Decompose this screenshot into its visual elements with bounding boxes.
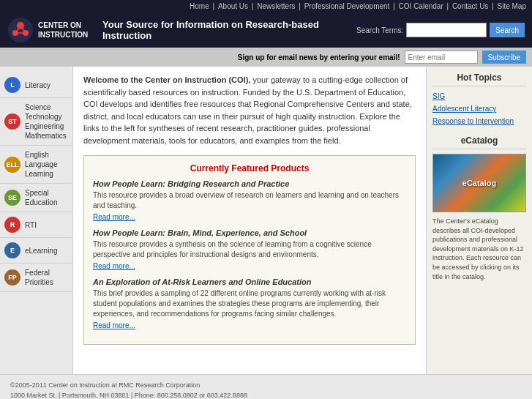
product-item-2: An Exploration of At-Risk Learners and O… (93, 277, 406, 329)
read-more-2[interactable]: Read more... (93, 321, 135, 329)
main-layout: L Literacy ST Science Technology Enginee… (0, 67, 532, 374)
product-item-1: How People Learn: Brain, Mind, Experienc… (93, 228, 406, 270)
hot-topic-link-2[interactable]: Response to Intervention (432, 117, 526, 125)
product-desc-1: This resource provides a synthesis on th… (93, 239, 406, 260)
sidebar-label-rti: RTI (25, 220, 37, 230)
intro-text: Welcome to the Center on Instruction (CO… (83, 74, 416, 146)
sidebar-badge-rti: R (4, 217, 20, 233)
product-item-0: How People Learn: Bridging Research and … (93, 179, 406, 221)
sidebar-badge-special-ed: SE (4, 190, 20, 206)
sidebar-label-federal: Federal Priorities (25, 268, 68, 287)
product-title-2: An Exploration of At-Risk Learners and O… (93, 277, 406, 286)
logo-icon (7, 17, 34, 43)
sidebar-badge-ell: ELL (4, 157, 20, 173)
read-more-0[interactable]: Read more... (93, 213, 135, 221)
nav-profdev[interactable]: Professional Development (304, 2, 390, 10)
sidebar-item-federal[interactable]: FP Federal Priorities (0, 264, 72, 292)
featured-title: Currently Featured Products (93, 163, 406, 174)
sidebar-item-stem[interactable]: ST Science Technology Engineering Mathem… (0, 98, 72, 146)
sidebar-item-elearning[interactable]: E eLearning (0, 238, 72, 264)
sidebar-badge-elearning: E (4, 242, 20, 258)
sidebar-item-special-ed[interactable]: SE Special Education (0, 184, 72, 212)
featured-box: Currently Featured Products How People L… (83, 155, 416, 345)
ecatalog-title: eCatalog (432, 135, 526, 149)
nav-about[interactable]: About Us (218, 2, 248, 10)
nav-calendar[interactable]: COI Calendar (399, 2, 443, 10)
nav-home[interactable]: Home (190, 2, 209, 10)
hot-topic-link-0[interactable]: SIG (432, 92, 526, 100)
sidebar-item-ell[interactable]: ELL English Language Learning (0, 146, 72, 184)
sidebar-badge-federal: FP (4, 269, 20, 286)
email-bar-text: Sign up for email news by entering your … (238, 53, 400, 61)
intro-bold: Welcome to the Center on Instruction (CO… (83, 75, 250, 84)
email-input[interactable] (405, 51, 478, 64)
ecatalog-desc: The Center's eCatalog describes all COI-… (432, 217, 526, 281)
nav-sitemap[interactable]: Site Map (498, 2, 526, 10)
top-nav: Home | About Us | Newsletters | Professi… (0, 0, 532, 12)
sidebar-label-ell: English Language Learning (25, 150, 68, 179)
search-button[interactable]: Search (490, 23, 525, 37)
subscribe-button[interactable]: Subscribe (482, 51, 526, 64)
header: CENTER ON INSTRUCTION Your Source for In… (0, 12, 532, 48)
search-input[interactable] (406, 23, 487, 37)
sidebar-badge-literacy: L (4, 77, 20, 93)
email-bar: Sign up for email news by entering your … (0, 48, 532, 67)
product-title-1: How People Learn: Brain, Mind, Experienc… (93, 228, 406, 237)
footer: ©2005-2011 Center on Instruction at RMC … (0, 374, 532, 399)
sidebar-label-literacy: Literacy (25, 81, 50, 90)
right-sidebar: Hot Topics SIGAdolescent LiteracyRespons… (426, 67, 532, 374)
hot-topic-link-1[interactable]: Adolescent Literacy (432, 105, 526, 113)
footer-line2: 1000 Market St. | Portsmouth, NH 03801 |… (10, 391, 522, 400)
product-desc-0: This resource provides a broad overview … (93, 190, 406, 211)
sidebar: L Literacy ST Science Technology Enginee… (0, 67, 73, 374)
nav-contact[interactable]: Contact Us (452, 2, 488, 10)
read-more-1[interactable]: Read more... (93, 262, 135, 270)
hot-topics-title: Hot Topics (432, 72, 526, 86)
sidebar-item-rti[interactable]: R RTI (0, 212, 72, 238)
content-area: Welcome to the Center on Instruction (CO… (73, 67, 426, 374)
header-search: Search Terms: Search (356, 23, 525, 37)
search-label: Search Terms: (356, 26, 403, 34)
sidebar-badge-stem: ST (4, 113, 20, 130)
ecatalog-image: eCatalog (432, 154, 526, 212)
sidebar-label-special-ed: Special Education (25, 188, 68, 207)
footer-line1: ©2005-2011 Center on Instruction at RMC … (10, 381, 522, 391)
header-tagline: Your Source for Information on Research-… (102, 19, 349, 41)
sidebar-label-elearning: eLearning (25, 246, 57, 256)
nav-newsletters[interactable]: Newsletters (257, 2, 295, 10)
sidebar-item-literacy[interactable]: L Literacy (0, 72, 72, 98)
products-container: How People Learn: Bridging Research and … (93, 179, 406, 329)
product-desc-2: This brief provides a sampling of 22 dif… (93, 288, 406, 319)
product-title-0: How People Learn: Bridging Research and … (93, 179, 406, 188)
hot-topics-links: SIGAdolescent LiteracyResponse to Interv… (432, 92, 526, 125)
logo: CENTER ON INSTRUCTION (7, 17, 95, 43)
sidebar-label-stem: Science Technology Engineering Mathemati… (25, 102, 68, 141)
svg-point-0 (8, 18, 33, 42)
ecatalog-section: eCatalog eCatalog The Center's eCatalog … (432, 135, 526, 281)
intro-rest: your gateway to a cutting-edge collectio… (83, 75, 412, 145)
logo-text: CENTER ON INSTRUCTION (38, 20, 88, 40)
